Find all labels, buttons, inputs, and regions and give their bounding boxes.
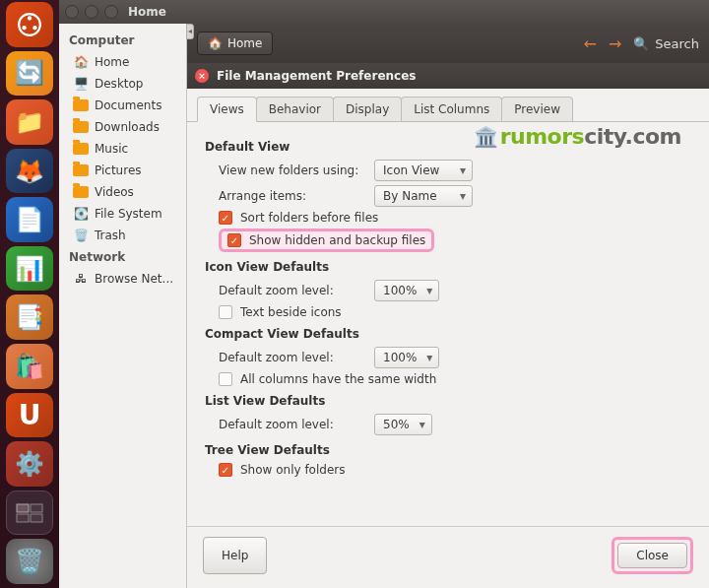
select-compact-zoom[interactable]: 100% [374,347,439,368]
label-icon-zoom: Default zoom level: [219,284,366,297]
settings-icon[interactable]: ⚙️ [6,441,53,487]
folder-icon [73,98,89,113]
label-show-only-folders: Show only folders [240,463,345,477]
tab-behavior[interactable]: Behavior [256,97,334,121]
sidebar-item-music[interactable]: Music [59,138,186,160]
svg-rect-7 [31,514,42,522]
select-view-new-folders[interactable]: Icon View [374,160,473,181]
trash-icon: 🗑️ [73,228,89,243]
sidebar-header-computer: Computer [59,30,186,51]
watermark-icon: 🏛️ [474,125,498,149]
svg-point-2 [22,26,26,30]
search-icon: 🔍 [633,36,649,51]
desktop-icon: 🖥️ [73,76,89,92]
workspace-switcher-icon[interactable] [6,490,53,536]
dialog-close-icon[interactable]: × [195,69,209,83]
select-arrange-items[interactable]: By Name [374,185,473,207]
sidebar-item-trash[interactable]: 🗑️Trash [59,225,186,246]
label-text-beside: Text beside icons [240,305,342,319]
section-icon-view: Icon View Defaults [205,260,691,274]
dialog-body: Default View View new folders using: Ico… [187,122,709,526]
sidebar-collapse-handle[interactable]: ◂ [186,24,194,39]
label-show-hidden: Show hidden and backup files [249,233,425,247]
network-icon: 🖧 [73,271,89,287]
unity-launcher: 🔄 📁 🦊 📄 📊 📑 🛍️ U ⚙️ 🗑️ [0,0,59,588]
tab-list-columns[interactable]: List Columns [401,97,502,121]
places-sidebar: Computer 🏠Home 🖥️Desktop Documents Downl… [59,24,187,588]
sidebar-header-network: Network [59,246,186,268]
window-maximize-icon[interactable] [104,5,118,19]
checkbox-text-beside[interactable] [219,305,232,319]
tab-bar: Views Behavior Display List Columns Prev… [187,89,709,122]
checkbox-show-only-folders[interactable]: ✓ [219,463,232,477]
sidebar-item-filesystem[interactable]: 💽File System [59,203,186,225]
main-area: 🏠Home ← → 🔍Search × File Management Pref… [187,24,709,588]
svg-point-3 [32,26,36,30]
window-minimize-icon[interactable] [85,5,98,19]
svg-rect-5 [31,504,42,512]
sidebar-item-downloads[interactable]: Downloads [59,116,186,138]
label-sort-folders: Sort folders before files [240,211,378,225]
select-list-zoom[interactable]: 50% [374,414,432,435]
writer-icon[interactable]: 📄 [6,197,53,242]
dialog-title: File Management Preferences [217,69,416,83]
svg-point-1 [28,16,32,20]
svg-rect-4 [17,504,29,512]
section-compact-view: Compact View Defaults [205,327,691,341]
nav-back-icon[interactable]: ← [584,34,597,53]
highlight-close: Close [612,537,693,574]
sidebar-item-desktop[interactable]: 🖥️Desktop [59,73,186,95]
highlight-show-hidden: ✓ Show hidden and backup files [219,229,434,252]
tab-preview[interactable]: Preview [501,97,573,121]
svg-rect-6 [17,514,29,522]
search-button[interactable]: 🔍Search [633,36,699,51]
checkbox-sort-folders[interactable]: ✓ [219,211,232,225]
folder-icon [73,163,89,178]
label-arrange-items: Arrange items: [219,189,366,203]
section-tree-view: Tree View Defaults [205,443,691,457]
checkbox-all-columns[interactable] [219,372,232,386]
label-list-zoom: Default zoom level: [219,418,366,431]
home-icon: 🏠 [73,54,89,70]
trash-icon[interactable]: 🗑️ [6,539,53,584]
dialog-titlebar: × File Management Preferences [187,63,709,89]
sidebar-item-videos[interactable]: Videos [59,181,186,203]
label-view-new-folders: View new folders using: [219,163,366,177]
label-all-columns: All columns have the same width [240,372,436,386]
home-icon: 🏠 [208,36,223,50]
nav-forward-icon[interactable]: → [609,34,621,53]
sidebar-item-documents[interactable]: Documents [59,95,186,116]
dialog-footer: Help Close [187,526,709,588]
label-compact-zoom: Default zoom level: [219,351,366,364]
window-titlebar: Home [59,0,709,24]
location-toolbar: 🏠Home ← → 🔍Search [187,24,709,63]
ubuntu-one-icon[interactable]: U [6,393,53,438]
sidebar-item-browse-network[interactable]: 🖧Browse Net... [59,268,186,290]
path-home-button[interactable]: 🏠Home [197,32,273,55]
file-manager: Computer 🏠Home 🖥️Desktop Documents Downl… [59,24,709,588]
firefox-icon[interactable]: 🦊 [6,149,53,194]
launcher-app-1[interactable]: 🔄 [6,51,53,97]
drive-icon: 💽 [73,206,89,222]
sidebar-item-pictures[interactable]: Pictures [59,160,186,181]
folder-icon [73,119,89,135]
close-button[interactable]: Close [617,543,687,568]
impress-icon[interactable]: 📑 [6,294,53,340]
window-close-icon[interactable] [65,5,79,19]
select-icon-zoom[interactable]: 100% [374,280,439,301]
window-title: Home [128,5,166,19]
folder-icon [73,184,89,200]
files-icon[interactable]: 📁 [6,99,53,145]
tab-views[interactable]: Views [197,97,257,122]
tab-display[interactable]: Display [333,97,402,121]
folder-icon [73,141,89,157]
section-list-view: List View Defaults [205,394,691,408]
help-button[interactable]: Help [203,537,267,574]
watermark: 🏛️rumorscity.com [474,124,681,149]
software-center-icon[interactable]: 🛍️ [6,344,53,389]
calc-icon[interactable]: 📊 [6,246,53,292]
sidebar-item-home[interactable]: 🏠Home [59,51,186,73]
dash-icon[interactable] [6,2,53,47]
checkbox-show-hidden[interactable]: ✓ [227,233,241,247]
